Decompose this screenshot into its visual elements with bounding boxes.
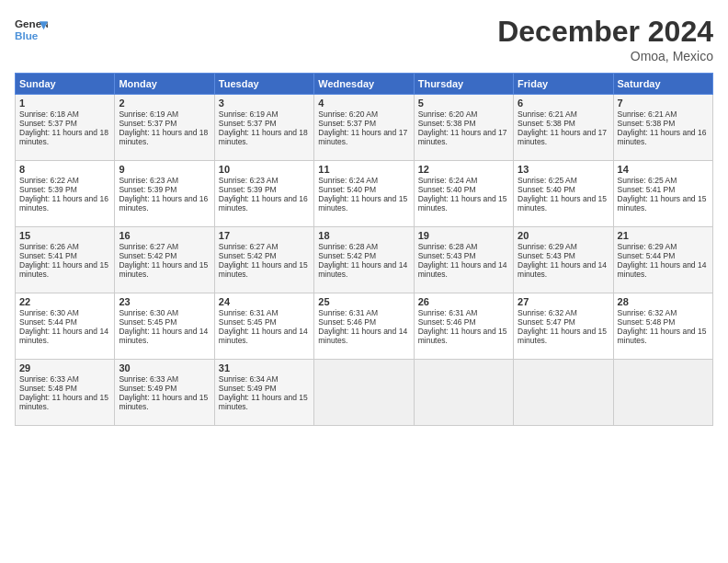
sunset-text: Sunset: 5:38 PM [518, 119, 575, 128]
table-row: 31Sunrise: 6:34 AMSunset: 5:49 PMDayligh… [214, 360, 313, 426]
sunrise-text: Sunrise: 6:25 AM [618, 176, 677, 185]
sunrise-text: Sunrise: 6:20 AM [318, 109, 378, 119]
sunset-text: Sunset: 5:49 PM [119, 384, 176, 393]
day-number: 29 [19, 362, 110, 373]
table-row: 4Sunrise: 6:20 AMSunset: 5:37 PMDaylight… [314, 95, 414, 161]
daylight-text: Daylight: 11 hours and 15 minutes. [418, 194, 507, 213]
calendar-table: Sunday Monday Tuesday Wednesday Thursday… [15, 73, 713, 426]
col-sunday: Sunday [16, 74, 115, 95]
table-row: 12Sunrise: 6:24 AMSunset: 5:40 PMDayligh… [414, 161, 513, 227]
daylight-text: Daylight: 11 hours and 16 minutes. [219, 194, 308, 213]
col-tuesday: Tuesday [214, 74, 313, 95]
day-number: 14 [618, 164, 709, 175]
daylight-text: Daylight: 11 hours and 16 minutes. [119, 194, 208, 213]
day-number: 9 [119, 164, 210, 175]
col-thursday: Thursday [414, 74, 513, 95]
sunrise-text: Sunrise: 6:33 AM [119, 374, 178, 384]
sunrise-text: Sunrise: 6:26 AM [19, 242, 79, 251]
day-number: 25 [318, 296, 409, 307]
daylight-text: Daylight: 11 hours and 15 minutes. [618, 194, 707, 213]
sunrise-text: Sunrise: 6:22 AM [19, 176, 79, 185]
table-row: 6Sunrise: 6:21 AMSunset: 5:38 PMDaylight… [514, 95, 613, 161]
table-row: 7Sunrise: 6:21 AMSunset: 5:38 PMDaylight… [613, 95, 712, 161]
daylight-text: Daylight: 11 hours and 15 minutes. [219, 393, 308, 411]
header: General Blue December 2024 Omoa, Mexico [15, 15, 713, 63]
day-number: 11 [318, 164, 409, 175]
sunrise-text: Sunrise: 6:18 AM [19, 109, 79, 119]
table-row: 23Sunrise: 6:30 AMSunset: 5:45 PMDayligh… [115, 293, 214, 360]
sunset-text: Sunset: 5:44 PM [618, 251, 676, 260]
daylight-text: Daylight: 11 hours and 16 minutes. [19, 194, 108, 213]
sunset-text: Sunset: 5:39 PM [19, 185, 77, 194]
day-number: 26 [418, 296, 509, 307]
sunset-text: Sunset: 5:37 PM [19, 119, 77, 128]
daylight-text: Daylight: 11 hours and 17 minutes. [518, 128, 607, 146]
daylight-text: Daylight: 11 hours and 18 minutes. [19, 128, 108, 146]
calendar-row-4: 29Sunrise: 6:33 AMSunset: 5:48 PMDayligh… [16, 360, 713, 426]
table-row: 22Sunrise: 6:30 AMSunset: 5:44 PMDayligh… [16, 293, 115, 360]
table-row [414, 360, 513, 426]
day-number: 13 [518, 164, 609, 175]
sunset-text: Sunset: 5:49 PM [219, 384, 277, 393]
sunrise-text: Sunrise: 6:33 AM [19, 374, 79, 384]
sunrise-text: Sunrise: 6:30 AM [19, 308, 79, 317]
sunset-text: Sunset: 5:45 PM [219, 317, 277, 327]
sunrise-text: Sunrise: 6:23 AM [219, 176, 279, 185]
daylight-text: Daylight: 11 hours and 15 minutes. [119, 260, 208, 279]
header-row: Sunday Monday Tuesday Wednesday Thursday… [16, 74, 713, 95]
day-number: 23 [119, 296, 210, 307]
sunset-text: Sunset: 5:47 PM [518, 317, 575, 327]
daylight-text: Daylight: 11 hours and 14 minutes. [418, 260, 507, 279]
sunrise-text: Sunrise: 6:28 AM [418, 242, 478, 251]
sunset-text: Sunset: 5:46 PM [318, 317, 376, 327]
day-number: 10 [219, 164, 310, 175]
sunset-text: Sunset: 5:40 PM [518, 185, 575, 194]
daylight-text: Daylight: 11 hours and 14 minutes. [318, 327, 407, 345]
sunrise-text: Sunrise: 6:31 AM [418, 308, 478, 317]
table-row: 27Sunrise: 6:32 AMSunset: 5:47 PMDayligh… [514, 293, 613, 360]
sunset-text: Sunset: 5:42 PM [219, 251, 277, 260]
page: General Blue December 2024 Omoa, Mexico … [0, 0, 728, 563]
daylight-text: Daylight: 11 hours and 15 minutes. [518, 327, 607, 345]
daylight-text: Daylight: 11 hours and 15 minutes. [19, 393, 108, 411]
sunset-text: Sunset: 5:43 PM [518, 251, 575, 260]
sunrise-text: Sunrise: 6:32 AM [518, 308, 577, 317]
table-row: 15Sunrise: 6:26 AMSunset: 5:41 PMDayligh… [16, 227, 115, 293]
sunrise-text: Sunrise: 6:24 AM [418, 176, 478, 185]
table-row: 29Sunrise: 6:33 AMSunset: 5:48 PMDayligh… [16, 360, 115, 426]
daylight-text: Daylight: 11 hours and 14 minutes. [618, 260, 707, 279]
day-number: 6 [518, 98, 609, 109]
sunrise-text: Sunrise: 6:20 AM [418, 109, 478, 119]
col-friday: Friday [514, 74, 613, 95]
daylight-text: Daylight: 11 hours and 18 minutes. [119, 128, 208, 146]
sunset-text: Sunset: 5:37 PM [318, 119, 376, 128]
daylight-text: Daylight: 11 hours and 14 minutes. [219, 327, 308, 345]
table-row: 9Sunrise: 6:23 AMSunset: 5:39 PMDaylight… [115, 161, 214, 227]
sunset-text: Sunset: 5:37 PM [219, 119, 277, 128]
sunset-text: Sunset: 5:38 PM [618, 119, 676, 128]
day-number: 16 [119, 230, 210, 241]
calendar-row-2: 15Sunrise: 6:26 AMSunset: 5:41 PMDayligh… [16, 227, 713, 293]
daylight-text: Daylight: 11 hours and 15 minutes. [19, 260, 108, 279]
daylight-text: Daylight: 11 hours and 14 minutes. [19, 327, 108, 345]
title-block: December 2024 Omoa, Mexico [497, 15, 713, 63]
month-title: December 2024 [497, 15, 713, 49]
table-row: 2Sunrise: 6:19 AMSunset: 5:37 PMDaylight… [115, 95, 214, 161]
calendar-row-0: 1Sunrise: 6:18 AMSunset: 5:37 PMDaylight… [16, 95, 713, 161]
table-row: 19Sunrise: 6:28 AMSunset: 5:43 PMDayligh… [414, 227, 513, 293]
day-number: 21 [618, 230, 709, 241]
sunset-text: Sunset: 5:41 PM [618, 185, 676, 194]
daylight-text: Daylight: 11 hours and 15 minutes. [518, 194, 607, 213]
sunrise-text: Sunrise: 6:31 AM [219, 308, 279, 317]
table-row: 8Sunrise: 6:22 AMSunset: 5:39 PMDaylight… [16, 161, 115, 227]
sunset-text: Sunset: 5:43 PM [418, 251, 476, 260]
sunset-text: Sunset: 5:37 PM [119, 119, 176, 128]
sunrise-text: Sunrise: 6:31 AM [318, 308, 378, 317]
table-row: 26Sunrise: 6:31 AMSunset: 5:46 PMDayligh… [414, 293, 513, 360]
day-number: 3 [219, 98, 310, 109]
day-number: 7 [618, 98, 709, 109]
sunrise-text: Sunrise: 6:19 AM [219, 109, 279, 119]
calendar-row-1: 8Sunrise: 6:22 AMSunset: 5:39 PMDaylight… [16, 161, 713, 227]
col-saturday: Saturday [613, 74, 712, 95]
sunset-text: Sunset: 5:42 PM [119, 251, 176, 260]
